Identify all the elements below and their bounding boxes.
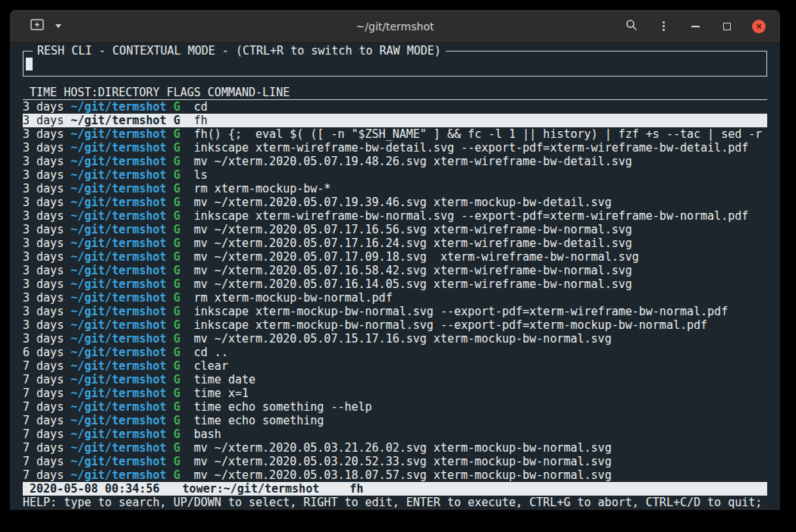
row-host: ~/git/termshot <box>71 141 166 155</box>
history-row[interactable]: 3 days ~/git/termshot G mv ~/xterm.2020.… <box>23 236 767 250</box>
status-host: tower:~/git/termshot <box>183 482 320 496</box>
history-row[interactable]: 7 days ~/git/termshot G clear <box>23 359 767 373</box>
history-row[interactable]: 7 days ~/git/termshot G mv ~/xterm.2020.… <box>23 468 767 482</box>
row-host: ~/git/termshot <box>71 373 166 386</box>
row-time: 3 days <box>23 332 71 346</box>
history-row[interactable]: 3 days ~/git/termshot G inkscape xterm-m… <box>23 318 767 332</box>
row-command: mv ~/xterm.2020.05.07.17.16.56.svg xterm… <box>180 223 632 236</box>
row-host: ~/git/termshot <box>71 264 166 277</box>
row-command: mv ~/xterm.2020.05.03.21.26.02.svg xterm… <box>180 441 612 455</box>
row-command: mv ~/xterm.2020.05.03.18.07.57.svg xterm… <box>180 468 612 482</box>
row-command: cd <box>180 100 208 114</box>
history-row[interactable]: 3 days ~/git/termshot G inkscape xterm-w… <box>23 209 767 223</box>
restore-button[interactable] <box>719 17 735 36</box>
history-row[interactable]: 3 days ~/git/termshot G mv ~/xterm.2020.… <box>23 155 767 168</box>
row-flags: G <box>167 386 180 400</box>
history-row[interactable]: 3 days ~/git/termshot G cd <box>23 100 767 114</box>
row-host: ~/git/termshot <box>71 100 166 114</box>
row-time: 3 days <box>23 264 71 277</box>
row-flags: G <box>167 346 180 359</box>
row-command: rm xterm-mockup-bw-normal.pdf <box>180 291 393 305</box>
row-time: 7 days <box>23 359 71 373</box>
history-row[interactable]: 7 days ~/git/termshot G mv ~/xterm.2020.… <box>23 455 767 468</box>
menu-button[interactable] <box>656 17 671 36</box>
row-host: ~/git/termshot <box>71 346 166 359</box>
history-row[interactable]: 3 days ~/git/termshot G inkscape xterm-w… <box>23 141 767 155</box>
row-time: 3 days <box>23 141 71 155</box>
minimize-icon <box>691 26 700 27</box>
profile-dropdown-button[interactable] <box>51 17 66 36</box>
row-time: 3 days <box>23 250 71 264</box>
row-time: 3 days <box>23 168 71 182</box>
row-flags: G <box>167 332 180 346</box>
history-row[interactable]: 3 days ~/git/termshot G fh() {; eval $( … <box>23 127 767 141</box>
history-row[interactable]: 3 days ~/git/termshot G rm xterm-mockup-… <box>23 291 767 305</box>
history-row[interactable]: 3 days ~/git/termshot G rm xterm-mockup-… <box>23 182 767 196</box>
history-row[interactable]: 7 days ~/git/termshot G mv ~/xterm.2020.… <box>23 441 767 455</box>
history-row[interactable]: 3 days ~/git/termshot G mv ~/xterm.2020.… <box>23 264 767 277</box>
close-icon: × <box>752 20 766 33</box>
history-row[interactable]: 3 days ~/git/termshot G mv ~/xterm.2020.… <box>23 223 767 236</box>
history-row[interactable]: 3 days ~/git/termshot G ls <box>23 168 767 182</box>
history-row[interactable]: 7 days ~/git/termshot G time x=1 <box>23 386 767 400</box>
search-input[interactable]: RESH CLI - CONTEXTUAL MODE - (CTRL+R to … <box>23 51 767 77</box>
close-button[interactable]: × <box>751 17 766 36</box>
row-time: 3 days <box>23 127 71 141</box>
row-time: 3 days <box>23 291 71 305</box>
minimize-button[interactable] <box>688 17 703 36</box>
titlebar[interactable]: ~/git/termshot × <box>10 10 780 43</box>
history-row[interactable]: 3 days ~/git/termshot G fh <box>23 114 767 127</box>
history-row[interactable]: 7 days ~/git/termshot G time date <box>23 373 767 386</box>
row-command: time echo something --help <box>180 400 372 414</box>
row-command: mv ~/xterm.2020.05.03.20.52.33.svg xterm… <box>180 455 612 468</box>
row-flags: G <box>167 427 180 441</box>
history-row[interactable]: 3 days ~/git/termshot G inkscape xterm-m… <box>23 305 767 318</box>
row-time: 3 days <box>23 182 71 196</box>
search-button[interactable] <box>624 17 639 36</box>
row-flags: G <box>167 455 180 468</box>
new-tab-button[interactable] <box>30 17 45 36</box>
restore-icon <box>723 23 731 30</box>
row-time: 3 days <box>23 305 71 318</box>
history-row[interactable]: 6 days ~/git/termshot G cd .. <box>23 346 767 359</box>
row-host: ~/git/termshot <box>71 305 166 318</box>
row-command: fh() {; eval $( ([ -n "$ZSH_NAME" ] && f… <box>180 127 763 141</box>
row-host: ~/git/termshot <box>71 168 166 182</box>
row-host: ~/git/termshot <box>71 127 166 141</box>
history-row[interactable]: 7 days ~/git/termshot G time echo someth… <box>23 400 767 414</box>
history-row[interactable]: 7 days ~/git/termshot G time echo someth… <box>23 414 767 427</box>
history-row[interactable]: 3 days ~/git/termshot G mv ~/xterm.2020.… <box>23 250 767 264</box>
kebab-menu-icon <box>663 21 665 31</box>
row-host: ~/git/termshot <box>71 236 166 250</box>
row-flags: G <box>167 305 180 318</box>
row-host: ~/git/termshot <box>71 114 166 127</box>
row-flags: G <box>167 291 180 305</box>
row-command: bash <box>180 427 221 441</box>
row-time: 3 days <box>23 318 71 332</box>
row-command: mv ~/xterm.2020.05.07.16.58.42.svg xterm… <box>180 264 632 277</box>
row-host: ~/git/termshot <box>71 400 166 414</box>
row-command: mv ~/xterm.2020.05.07.15.17.16.svg xterm… <box>180 332 612 346</box>
history-row[interactable]: 3 days ~/git/termshot G mv ~/xterm.2020.… <box>23 277 767 291</box>
row-host: ~/git/termshot <box>71 386 166 400</box>
row-command: inkscape xterm-mockup-bw-normal.svg --ex… <box>180 305 728 318</box>
row-flags: G <box>167 359 180 373</box>
row-time: 7 days <box>23 400 71 414</box>
row-time: 7 days <box>23 468 71 482</box>
row-command: inkscape xterm-wireframe-bw-normal.svg -… <box>180 209 749 223</box>
row-host: ~/git/termshot <box>71 223 166 236</box>
row-time: 3 days <box>23 209 71 223</box>
status-command: fh <box>349 482 363 496</box>
row-host: ~/git/termshot <box>71 359 166 373</box>
row-flags: G <box>167 168 180 182</box>
desktop: ~/git/termshot × <box>0 0 796 532</box>
history-row[interactable]: 3 days ~/git/termshot G mv ~/xterm.2020.… <box>23 196 767 209</box>
row-host: ~/git/termshot <box>71 455 166 468</box>
row-flags: G <box>167 209 180 223</box>
row-host: ~/git/termshot <box>71 427 166 441</box>
history-row[interactable]: 3 days ~/git/termshot G mv ~/xterm.2020.… <box>23 332 767 346</box>
row-flags: G <box>167 277 180 291</box>
history-row[interactable]: 7 days ~/git/termshot G bash <box>23 427 767 441</box>
row-flags: G <box>167 414 180 427</box>
row-time: 7 days <box>23 414 71 427</box>
